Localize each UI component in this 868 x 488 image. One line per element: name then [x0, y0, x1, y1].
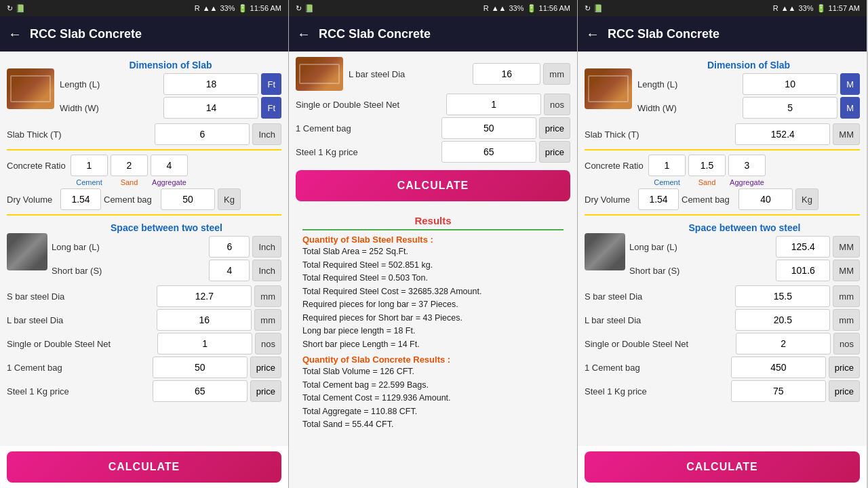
thick-unit-1: Inch [252, 123, 281, 145]
aggregate-ratio-1[interactable] [151, 155, 188, 176]
page-title-3: RCC Slab Concrete [608, 27, 719, 41]
refresh-icon: ↻ [7, 4, 13, 13]
steel-net-input-1[interactable] [157, 333, 252, 354]
short-bar-input-1[interactable] [209, 260, 250, 281]
l-bar-dia-input-3[interactable] [735, 309, 830, 331]
steel-price-input-1[interactable] [153, 380, 248, 402]
kg-unit-1: Kg [218, 188, 241, 210]
l-bar-dia-input-1[interactable] [157, 309, 252, 331]
page-title-1: RCC Slab Concrete [30, 27, 142, 41]
kg-unit-3: Kg [795, 188, 818, 210]
steel-price-unit-2: price [539, 141, 570, 163]
steel-result-4: Required pieces for long bar = 37 Pieces… [302, 299, 564, 311]
signal-icon-2: R [484, 4, 489, 12]
aggregate-ratio-3[interactable] [728, 155, 766, 176]
battery-text-2: 33% [509, 4, 524, 12]
slab-image-3 [585, 68, 632, 109]
l-bar-dia-row-2: L bar steel Dia mm [349, 63, 570, 85]
s-bar-dia-input-3[interactable] [735, 285, 830, 307]
content-3: Dimension of Slab Length (L) M Width (W)… [578, 52, 867, 446]
width-unit-1: Ft [261, 97, 281, 119]
battery-icon-3: 🔋 [816, 4, 826, 13]
length-input-1[interactable] [163, 73, 258, 95]
long-bar-label-1: Long bar (L) [52, 242, 206, 252]
steel-net-input-2[interactable] [446, 94, 541, 115]
steel-net-unit-1: nos [255, 333, 281, 354]
length-row-1: Length (L) Ft [60, 73, 281, 95]
thick-input-1[interactable] [155, 123, 250, 145]
divider-4 [585, 214, 860, 216]
long-bar-row-1: Long bar (L) Inch [52, 236, 281, 258]
width-input-3[interactable] [743, 97, 837, 119]
steel-net-input-3[interactable] [736, 333, 831, 354]
width-label-3: Width (W) [637, 103, 740, 113]
cement-ratio-3[interactable] [648, 155, 686, 176]
cement-price-unit-3: price [829, 357, 860, 378]
refresh-icon-3: ↻ [585, 4, 591, 13]
cement-price-input-3[interactable] [731, 357, 826, 378]
ratio-sublabels-3: Cement Sand Aggregate [648, 178, 860, 186]
long-bar-input-3[interactable] [776, 236, 830, 258]
l-bar-dia-unit-1: mm [254, 309, 281, 331]
divider-3 [585, 149, 860, 150]
calculate-button-top-2[interactable]: CALCULATE [296, 170, 570, 201]
aggregate-sublabel-3: Aggregate [728, 178, 766, 186]
l-bar-dia-label-3: L bar steel Dia [585, 315, 732, 325]
l-bar-dia-input-2[interactable] [473, 63, 540, 85]
status-left-1: ↻ 📗 [7, 4, 25, 13]
cement-price-input-1[interactable] [153, 357, 248, 378]
short-bar-row-1: Short bar (S) Inch [52, 260, 281, 281]
back-button-2[interactable]: ← [297, 26, 311, 42]
calculate-button-1[interactable]: CALCULATE [7, 451, 281, 483]
cement-ratio-1[interactable] [71, 155, 108, 176]
slab-section-title-3: Dimension of Slab [637, 60, 860, 70]
steel-price-label-1: Steel 1 Kg price [7, 386, 150, 396]
sand-ratio-3[interactable] [688, 155, 726, 176]
steel-price-input-3[interactable] [731, 380, 826, 402]
calculate-button-3[interactable]: CALCULATE [585, 451, 860, 483]
short-bar-label-3: Short bar (S) [629, 266, 773, 276]
short-bar-input-3[interactable] [776, 260, 830, 281]
battery-text-1: 33% [220, 4, 235, 12]
steel-net-row-3: Single or Double Steel Net nos [585, 333, 860, 354]
dry-vol-input-1[interactable] [60, 188, 101, 210]
l-bar-dia-unit-2: mm [543, 63, 570, 85]
steel-price-row-3: Steel 1 Kg price price [585, 380, 860, 402]
sand-ratio-1[interactable] [111, 155, 148, 176]
cement-price-input-2[interactable] [441, 117, 536, 139]
width-input-1[interactable] [163, 97, 258, 119]
dry-vol-input-3[interactable] [638, 188, 679, 210]
long-bar-row-3: Long bar (L) MM [629, 236, 860, 258]
s-bar-dia-label-1: S bar steel Dia [7, 291, 154, 302]
content-2: L bar steel Dia mm Single or Double Stee… [289, 52, 577, 488]
cement-bag-input-3[interactable] [738, 188, 793, 210]
long-bar-input-1[interactable] [209, 236, 250, 258]
steel-result-6: Long bar piece length = 18 Ft. [302, 325, 564, 338]
cement-price-row-2: 1 Cement bag price [296, 117, 570, 139]
cement-bag-input-1[interactable] [161, 188, 215, 210]
time-2: 11:56 AM [539, 4, 570, 12]
s-bar-dia-input-1[interactable] [157, 285, 252, 307]
battery-icon-2: 🔋 [527, 4, 536, 13]
cement-price-unit-1: price [250, 357, 281, 378]
concrete-result-1: Total Cement bag = 22.599 Bags. [302, 380, 564, 392]
results-section-2: Results Quantity of Slab Steel Results :… [296, 207, 570, 438]
steel-price-input-2[interactable] [441, 141, 536, 163]
dry-volume-row-3: Dry Volume Cement bag Kg [585, 188, 860, 210]
slab-image-1 [7, 68, 54, 109]
slab-header-1: Dimension of Slab Length (L) Ft Width (W… [7, 57, 281, 121]
signal-icon: R [195, 4, 200, 12]
steel-image-1 [7, 233, 47, 270]
top-bar-1: ← RCC Slab Concrete [0, 16, 288, 52]
status-bar-1: ↻ 📗 R ▲▲ 33% 🔋 11:56 AM [0, 0, 288, 16]
back-button-1[interactable]: ← [8, 26, 22, 42]
green-divider-1 [302, 229, 564, 230]
cement-bag-label-3: Cement bag [682, 195, 736, 205]
steel-net-row-2: Single or Double Steel Net nos [296, 94, 570, 115]
length-input-3[interactable] [743, 73, 837, 95]
thick-input-3[interactable] [735, 123, 830, 145]
battery-text-3: 33% [798, 4, 813, 12]
width-label-1: Width (W) [60, 103, 161, 113]
wifi-icon-2: ▲▲ [492, 4, 507, 12]
back-button-3[interactable]: ← [586, 26, 599, 42]
